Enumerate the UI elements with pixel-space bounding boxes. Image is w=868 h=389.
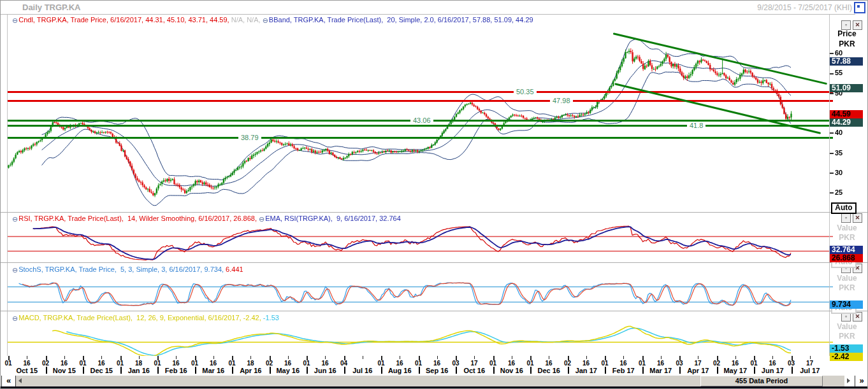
day-label: 17: [468, 360, 481, 367]
stoch-pane-legend[interactable]: ⊖StochS, TRGP.KA, Trade Price, 5, 3, Sim…: [12, 265, 243, 275]
price-auto-scale-button[interactable]: Auto: [831, 202, 857, 214]
day-label: 01: [189, 360, 201, 367]
level-label[interactable]: 41.8: [687, 122, 705, 130]
time-tick: [661, 356, 662, 359]
legend-text[interactable]: Cndl, TRGP.KA, Trade Price, 6/16/2017, 4…: [18, 16, 229, 24]
close-pane-icon[interactable]: ✕: [853, 213, 862, 223]
time-tick: [512, 356, 512, 359]
day-label: 02: [711, 360, 723, 367]
time-tick: [101, 356, 102, 359]
window-control-icon[interactable]: [854, 2, 865, 13]
price-pane-legend[interactable]: ⊖Cndl, TRGP.KA, Trade Price, 6/16/2017, …: [12, 16, 533, 25]
pane-separator[interactable]: [1, 212, 868, 213]
chart-title: Daily TRGP.KA: [22, 3, 81, 12]
scroll-to-start-button[interactable]: «: [1, 375, 16, 388]
price-tick-label: 40: [830, 129, 843, 136]
day-label: 01: [76, 360, 89, 367]
close-pane-icon[interactable]: ✕: [853, 20, 862, 30]
price-pane-window-icons: ▫ ✕: [841, 20, 862, 30]
day-label: 04: [338, 360, 351, 367]
month-label: Feb 16: [157, 367, 195, 375]
macd-value-box: -2.42: [830, 353, 863, 361]
collapse-indicator-icon[interactable]: ⊖: [12, 266, 18, 274]
minimize-pane-icon[interactable]: ▫: [841, 213, 851, 223]
time-tick: [549, 356, 549, 359]
day-label: 03: [673, 360, 686, 367]
day-label: 02: [263, 360, 276, 367]
time-tick: [735, 356, 736, 359]
level-label[interactable]: 43.06: [410, 117, 433, 125]
rsi-pane-legend[interactable]: ⊖RSI, TRGP.KA, Trade Price(Last), 14, Wi…: [12, 215, 401, 224]
legend-text[interactable]: MACD, TRGP.KA, Trade Price(Last), 12, 26…: [18, 314, 263, 322]
scroll-to-end-button[interactable]: »: [855, 375, 868, 388]
month-label: Apr 16: [232, 367, 270, 375]
collapse-indicator-icon[interactable]: ⊖: [12, 315, 18, 323]
day-label: 01: [412, 360, 425, 367]
legend-text[interactable]: N/A, N/A,: [229, 16, 263, 24]
day-label: 01: [748, 360, 760, 367]
time-tick: [474, 356, 475, 359]
collapse-indicator-icon[interactable]: ⊖: [12, 215, 18, 223]
collapse-indicator-icon[interactable]: ⊖: [259, 215, 264, 223]
collapse-indicator-icon[interactable]: ⊖: [12, 17, 18, 25]
day-label: 01: [2, 360, 15, 367]
time-tick: [437, 356, 438, 359]
macd-value-box: -1.53: [830, 344, 863, 353]
time-tick: [325, 356, 326, 359]
day-label: 01: [375, 360, 387, 367]
month-label: Jul 17: [792, 367, 829, 375]
macd-axis-title: Value: [829, 322, 865, 331]
macd-pane-legend[interactable]: ⊖MACD, TRGP.KA, Trade Price(Last), 12, 2…: [12, 314, 279, 323]
month-label: Mar 17: [642, 367, 680, 375]
scroll-left-arrow[interactable]: [18, 378, 22, 383]
month-label: Dec 16: [530, 367, 568, 375]
month-label: May 16: [270, 367, 307, 375]
time-tick: [27, 356, 27, 359]
time-tick: [400, 356, 400, 359]
month-label: May 17: [717, 367, 755, 375]
month-label: Apr 17: [679, 367, 717, 375]
day-label: 01: [524, 360, 537, 367]
level-label[interactable]: 47.98: [550, 97, 573, 105]
day-label: 18: [133, 360, 145, 367]
data-period-button[interactable]: 455 Data Period: [700, 376, 823, 386]
month-label: Nov 16: [493, 367, 531, 375]
legend-text[interactable]: BBand, TRGP.KA, Trade Price(Last), 20, S…: [269, 16, 533, 24]
time-tick: [288, 356, 289, 359]
price-tick-label: 25: [830, 188, 843, 196]
rsi-axis-title: Value: [829, 223, 865, 232]
legend-text[interactable]: 6.441: [226, 265, 243, 273]
collapse-indicator-icon[interactable]: ⊖: [263, 17, 268, 25]
chart-window: Daily TRGP.KA 9/28/2015 - 7/25/2017 (KHI…: [0, 0, 868, 389]
day-label: 03: [449, 360, 462, 367]
day-label: 16: [58, 360, 71, 367]
day-label: 16: [207, 360, 220, 367]
month-label: Jan 17: [568, 367, 605, 375]
time-tick: [250, 356, 251, 359]
day-label: 16: [282, 360, 294, 367]
legend-text[interactable]: StochS, TRGP.KA, Trade Price, 5, 3, Simp…: [18, 265, 226, 273]
stoch-axis-unit: PKR: [829, 283, 865, 292]
month-label: Mar 16: [195, 367, 233, 375]
month-label: Jun 17: [754, 367, 792, 375]
price-tick-label: 60: [830, 49, 843, 57]
legend-text[interactable]: RSI, TRGP.KA, Trade Price(Last), 14, Wil…: [18, 215, 259, 222]
date-range-label: 9/28/2015 - 7/25/2017 (KHI): [757, 3, 852, 12]
price-pane-canvas[interactable]: [7, 15, 833, 212]
month-label: Feb 17: [605, 367, 642, 375]
legend-text[interactable]: EMA, RSI(TRGP.KA), 9, 6/16/2017, 32.764: [265, 215, 401, 222]
scroll-right-arrow[interactable]: [847, 378, 850, 383]
pane-separator[interactable]: [1, 262, 868, 263]
day-label: 01: [636, 360, 649, 367]
day-label: 02: [40, 360, 52, 367]
month-label: Dec 15: [83, 367, 120, 375]
month-label: Nov 15: [46, 367, 83, 375]
level-label[interactable]: 50.35: [514, 88, 537, 96]
day-label: 16: [729, 360, 742, 367]
level-label[interactable]: 38.79: [238, 134, 261, 142]
day-label: 01: [226, 360, 238, 367]
month-label: Aug 16: [381, 367, 419, 375]
minimize-pane-icon[interactable]: ▫: [841, 20, 851, 30]
pane-separator[interactable]: [1, 311, 868, 311]
legend-text[interactable]: -1.53: [263, 314, 279, 322]
